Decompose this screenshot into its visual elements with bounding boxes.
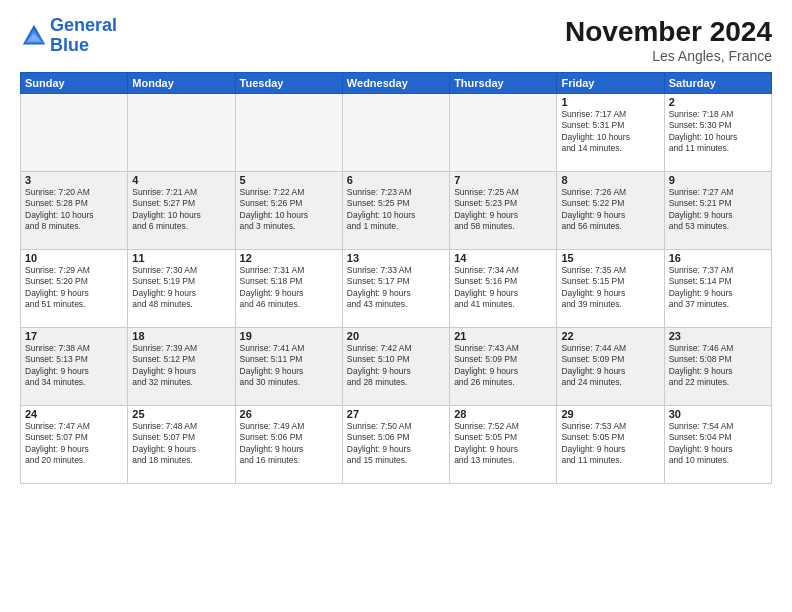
- day-info: Sunrise: 7:44 AM Sunset: 5:09 PM Dayligh…: [561, 343, 659, 389]
- col-tuesday: Tuesday: [235, 73, 342, 94]
- day-number: 1: [561, 96, 659, 108]
- calendar-cell: [450, 94, 557, 172]
- calendar-cell: 1Sunrise: 7:17 AM Sunset: 5:31 PM Daylig…: [557, 94, 664, 172]
- day-number: 20: [347, 330, 445, 342]
- day-number: 25: [132, 408, 230, 420]
- day-info: Sunrise: 7:35 AM Sunset: 5:15 PM Dayligh…: [561, 265, 659, 311]
- day-number: 26: [240, 408, 338, 420]
- day-info: Sunrise: 7:23 AM Sunset: 5:25 PM Dayligh…: [347, 187, 445, 233]
- title-block: November 2024 Les Angles, France: [565, 16, 772, 64]
- day-info: Sunrise: 7:17 AM Sunset: 5:31 PM Dayligh…: [561, 109, 659, 155]
- day-number: 4: [132, 174, 230, 186]
- day-info: Sunrise: 7:49 AM Sunset: 5:06 PM Dayligh…: [240, 421, 338, 467]
- calendar-cell: [342, 94, 449, 172]
- calendar-cell: 26Sunrise: 7:49 AM Sunset: 5:06 PM Dayli…: [235, 406, 342, 484]
- day-number: 10: [25, 252, 123, 264]
- day-info: Sunrise: 7:39 AM Sunset: 5:12 PM Dayligh…: [132, 343, 230, 389]
- day-info: Sunrise: 7:18 AM Sunset: 5:30 PM Dayligh…: [669, 109, 767, 155]
- month-title: November 2024: [565, 16, 772, 48]
- calendar-cell: 16Sunrise: 7:37 AM Sunset: 5:14 PM Dayli…: [664, 250, 771, 328]
- calendar-week-1: 1Sunrise: 7:17 AM Sunset: 5:31 PM Daylig…: [21, 94, 772, 172]
- calendar-week-3: 10Sunrise: 7:29 AM Sunset: 5:20 PM Dayli…: [21, 250, 772, 328]
- page: General Blue November 2024 Les Angles, F…: [0, 0, 792, 612]
- day-info: Sunrise: 7:22 AM Sunset: 5:26 PM Dayligh…: [240, 187, 338, 233]
- day-number: 24: [25, 408, 123, 420]
- day-number: 7: [454, 174, 552, 186]
- col-sunday: Sunday: [21, 73, 128, 94]
- calendar-cell: [21, 94, 128, 172]
- calendar-cell: 18Sunrise: 7:39 AM Sunset: 5:12 PM Dayli…: [128, 328, 235, 406]
- day-info: Sunrise: 7:34 AM Sunset: 5:16 PM Dayligh…: [454, 265, 552, 311]
- day-number: 12: [240, 252, 338, 264]
- calendar-cell: 24Sunrise: 7:47 AM Sunset: 5:07 PM Dayli…: [21, 406, 128, 484]
- day-number: 5: [240, 174, 338, 186]
- calendar-cell: 10Sunrise: 7:29 AM Sunset: 5:20 PM Dayli…: [21, 250, 128, 328]
- day-info: Sunrise: 7:33 AM Sunset: 5:17 PM Dayligh…: [347, 265, 445, 311]
- day-number: 21: [454, 330, 552, 342]
- day-info: Sunrise: 7:31 AM Sunset: 5:18 PM Dayligh…: [240, 265, 338, 311]
- day-info: Sunrise: 7:20 AM Sunset: 5:28 PM Dayligh…: [25, 187, 123, 233]
- calendar-cell: 25Sunrise: 7:48 AM Sunset: 5:07 PM Dayli…: [128, 406, 235, 484]
- day-info: Sunrise: 7:48 AM Sunset: 5:07 PM Dayligh…: [132, 421, 230, 467]
- calendar-week-5: 24Sunrise: 7:47 AM Sunset: 5:07 PM Dayli…: [21, 406, 772, 484]
- day-number: 3: [25, 174, 123, 186]
- calendar-cell: 15Sunrise: 7:35 AM Sunset: 5:15 PM Dayli…: [557, 250, 664, 328]
- day-info: Sunrise: 7:54 AM Sunset: 5:04 PM Dayligh…: [669, 421, 767, 467]
- calendar-cell: 27Sunrise: 7:50 AM Sunset: 5:06 PM Dayli…: [342, 406, 449, 484]
- day-number: 27: [347, 408, 445, 420]
- calendar-cell: 17Sunrise: 7:38 AM Sunset: 5:13 PM Dayli…: [21, 328, 128, 406]
- day-info: Sunrise: 7:50 AM Sunset: 5:06 PM Dayligh…: [347, 421, 445, 467]
- location: Les Angles, France: [565, 48, 772, 64]
- day-info: Sunrise: 7:29 AM Sunset: 5:20 PM Dayligh…: [25, 265, 123, 311]
- calendar-cell: 3Sunrise: 7:20 AM Sunset: 5:28 PM Daylig…: [21, 172, 128, 250]
- day-number: 17: [25, 330, 123, 342]
- day-number: 28: [454, 408, 552, 420]
- calendar-week-4: 17Sunrise: 7:38 AM Sunset: 5:13 PM Dayli…: [21, 328, 772, 406]
- logo-icon: [20, 22, 48, 50]
- calendar-cell: 21Sunrise: 7:43 AM Sunset: 5:09 PM Dayli…: [450, 328, 557, 406]
- calendar-cell: 8Sunrise: 7:26 AM Sunset: 5:22 PM Daylig…: [557, 172, 664, 250]
- day-info: Sunrise: 7:38 AM Sunset: 5:13 PM Dayligh…: [25, 343, 123, 389]
- day-number: 8: [561, 174, 659, 186]
- calendar-cell: 30Sunrise: 7:54 AM Sunset: 5:04 PM Dayli…: [664, 406, 771, 484]
- day-info: Sunrise: 7:27 AM Sunset: 5:21 PM Dayligh…: [669, 187, 767, 233]
- calendar-cell: 4Sunrise: 7:21 AM Sunset: 5:27 PM Daylig…: [128, 172, 235, 250]
- header-row: Sunday Monday Tuesday Wednesday Thursday…: [21, 73, 772, 94]
- logo-text: General Blue: [50, 16, 117, 56]
- day-number: 16: [669, 252, 767, 264]
- day-info: Sunrise: 7:47 AM Sunset: 5:07 PM Dayligh…: [25, 421, 123, 467]
- day-info: Sunrise: 7:37 AM Sunset: 5:14 PM Dayligh…: [669, 265, 767, 311]
- day-info: Sunrise: 7:21 AM Sunset: 5:27 PM Dayligh…: [132, 187, 230, 233]
- day-info: Sunrise: 7:26 AM Sunset: 5:22 PM Dayligh…: [561, 187, 659, 233]
- day-number: 2: [669, 96, 767, 108]
- day-number: 9: [669, 174, 767, 186]
- calendar-cell: 7Sunrise: 7:25 AM Sunset: 5:23 PM Daylig…: [450, 172, 557, 250]
- day-number: 29: [561, 408, 659, 420]
- col-wednesday: Wednesday: [342, 73, 449, 94]
- calendar-cell: 2Sunrise: 7:18 AM Sunset: 5:30 PM Daylig…: [664, 94, 771, 172]
- calendar-cell: 13Sunrise: 7:33 AM Sunset: 5:17 PM Dayli…: [342, 250, 449, 328]
- day-number: 13: [347, 252, 445, 264]
- day-info: Sunrise: 7:25 AM Sunset: 5:23 PM Dayligh…: [454, 187, 552, 233]
- calendar-cell: 22Sunrise: 7:44 AM Sunset: 5:09 PM Dayli…: [557, 328, 664, 406]
- calendar-cell: 29Sunrise: 7:53 AM Sunset: 5:05 PM Dayli…: [557, 406, 664, 484]
- day-number: 15: [561, 252, 659, 264]
- col-saturday: Saturday: [664, 73, 771, 94]
- day-number: 14: [454, 252, 552, 264]
- day-info: Sunrise: 7:30 AM Sunset: 5:19 PM Dayligh…: [132, 265, 230, 311]
- day-info: Sunrise: 7:53 AM Sunset: 5:05 PM Dayligh…: [561, 421, 659, 467]
- day-number: 6: [347, 174, 445, 186]
- day-number: 23: [669, 330, 767, 342]
- calendar-cell: 20Sunrise: 7:42 AM Sunset: 5:10 PM Dayli…: [342, 328, 449, 406]
- day-number: 30: [669, 408, 767, 420]
- day-info: Sunrise: 7:42 AM Sunset: 5:10 PM Dayligh…: [347, 343, 445, 389]
- day-number: 18: [132, 330, 230, 342]
- calendar-table: Sunday Monday Tuesday Wednesday Thursday…: [20, 72, 772, 484]
- day-info: Sunrise: 7:43 AM Sunset: 5:09 PM Dayligh…: [454, 343, 552, 389]
- day-number: 11: [132, 252, 230, 264]
- day-number: 22: [561, 330, 659, 342]
- calendar-cell: 5Sunrise: 7:22 AM Sunset: 5:26 PM Daylig…: [235, 172, 342, 250]
- calendar-week-2: 3Sunrise: 7:20 AM Sunset: 5:28 PM Daylig…: [21, 172, 772, 250]
- col-thursday: Thursday: [450, 73, 557, 94]
- calendar-cell: 28Sunrise: 7:52 AM Sunset: 5:05 PM Dayli…: [450, 406, 557, 484]
